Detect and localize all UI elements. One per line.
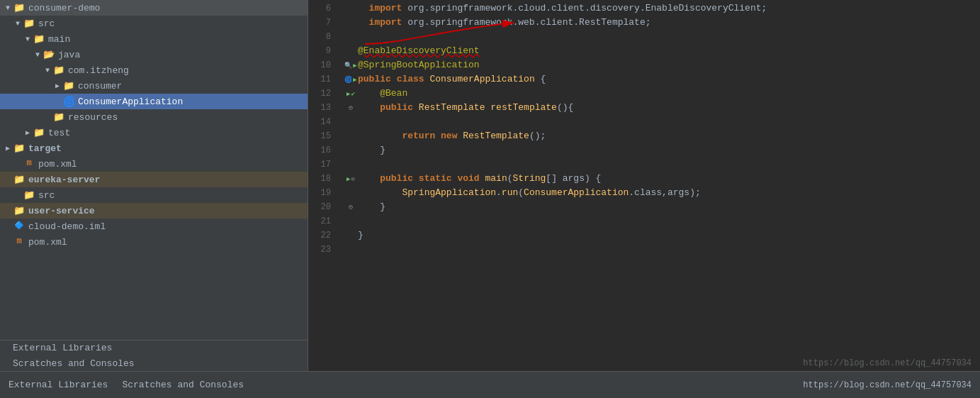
folder-icon: 📁 bbox=[23, 189, 35, 201]
sidebar-label: resources bbox=[68, 112, 308, 123]
arrow-icon: ▼ bbox=[3, 4, 13, 12]
spring-icon: 🌀 bbox=[62, 96, 75, 107]
sidebar-item-src[interactable]: ▼ 📁 src bbox=[0, 16, 308, 31]
line-numbers: 6 7 8 9 10 11 12 13 14 15 16 17 18 19 20… bbox=[308, 0, 344, 371]
sidebar-item-external-libraries[interactable]: External Libraries bbox=[0, 340, 308, 355]
folder-java-icon: 📂 bbox=[43, 49, 55, 60]
gutter-18[interactable]: ▶ ⊖ bbox=[344, 172, 358, 186]
arrow-icon: ▶ bbox=[3, 144, 13, 153]
sidebar-item-consumer[interactable]: ▶ 📁 consumer bbox=[0, 78, 308, 94]
folder-icon: 📁 bbox=[13, 2, 26, 13]
gutter-7 bbox=[344, 16, 358, 30]
gutter-16 bbox=[344, 143, 358, 157]
sidebar-label: test bbox=[48, 128, 308, 138]
sidebar-item-src2[interactable]: 📁 src bbox=[0, 187, 308, 203]
sidebar-item-main[interactable]: ▼ 📁 main bbox=[0, 31, 308, 47]
sidebar-label: cloud-demo.iml bbox=[28, 221, 308, 232]
sidebar-item-consumer-demo[interactable]: ▼ 📁 consumer-demo bbox=[0, 0, 308, 16]
sidebar-item-pom-xml[interactable]: m pom.xml bbox=[0, 156, 308, 172]
sidebar-label: ConsumerApplication bbox=[78, 96, 308, 107]
gutter-21 bbox=[344, 214, 358, 228]
gutter-15 bbox=[344, 129, 358, 143]
code-line-18: public static void main(String[] args) { bbox=[358, 172, 980, 186]
code-line-21 bbox=[358, 214, 980, 228]
sidebar-item-java[interactable]: ▼ 📂 java bbox=[0, 47, 308, 62]
sidebar-item-user-service[interactable]: 📁 user-service bbox=[0, 203, 308, 219]
sidebar-label: pom.xml bbox=[28, 237, 308, 248]
gutter-10[interactable]: 🔍 ▶ bbox=[344, 58, 358, 72]
code-line-20: } bbox=[358, 200, 980, 214]
gutter-fold-20: ⊖ bbox=[344, 200, 358, 214]
code-line-12: @Bean bbox=[358, 87, 980, 101]
gutter-19 bbox=[344, 186, 358, 200]
sidebar-label: user-service bbox=[28, 206, 308, 216]
arrow-icon: ▶ bbox=[23, 128, 33, 137]
sidebar-item-cloud-demo-iml[interactable]: 🔷 cloud-demo.iml bbox=[0, 219, 308, 234]
sidebar-label: pom.xml bbox=[38, 159, 308, 170]
sidebar-label: External Libraries bbox=[13, 343, 308, 353]
sidebar-item-test[interactable]: ▶ 📁 test bbox=[0, 125, 308, 140]
arrow-icon: ▼ bbox=[33, 51, 43, 59]
gutter-22 bbox=[344, 228, 358, 243]
code-line-6: import org.springframework.cloud.client.… bbox=[358, 1, 980, 16]
code-line-16: } bbox=[358, 143, 980, 157]
code-line-15: return new RestTemplate(); bbox=[358, 129, 980, 143]
folder-icon: 📁 bbox=[13, 174, 26, 185]
sidebar-item-consumer-application[interactable]: 🌀 ConsumerApplication bbox=[0, 94, 308, 109]
folder-icon: 📁 bbox=[33, 127, 45, 138]
sidebar-item-scratches[interactable]: Scratches and Consoles bbox=[0, 355, 308, 371]
sidebar-label: consumer-demo bbox=[28, 3, 308, 13]
xml-icon: m bbox=[23, 158, 35, 170]
sidebar-item-eureka-server[interactable]: 📁 eureka-server bbox=[0, 172, 308, 187]
package-icon: 📁 bbox=[62, 80, 75, 92]
sidebar-label: eureka-server bbox=[28, 175, 308, 185]
file-tree[interactable]: ▼ 📁 consumer-demo ▼ 📁 src ▼ 📁 main ▼ 📂 j… bbox=[0, 0, 308, 371]
code-line-22: } bbox=[358, 228, 980, 243]
code-line-17 bbox=[358, 157, 980, 172]
gutter-11[interactable]: 🌀 ▶ bbox=[344, 72, 358, 87]
sidebar-label: src bbox=[38, 18, 308, 29]
sidebar-label: target bbox=[28, 143, 308, 154]
gutter-12[interactable]: ▶ ✔ bbox=[344, 87, 358, 101]
arrow-icon: ▼ bbox=[13, 20, 23, 28]
folder-orange-icon: 📁 bbox=[13, 143, 26, 154]
package-icon: 📁 bbox=[52, 65, 65, 76]
arrow-icon: ▶ bbox=[52, 82, 62, 90]
blog-link: https://blog.csdn.net/qq_44757034 bbox=[258, 380, 971, 390]
sidebar-item-com-itzheng[interactable]: ▼ 📁 com.itzheng bbox=[0, 62, 308, 78]
code-line-9: @EnableDiscoveryClient bbox=[358, 44, 980, 58]
xml-icon: m bbox=[13, 236, 26, 248]
code-line-14 bbox=[358, 115, 980, 129]
arrow-icon: ▼ bbox=[43, 67, 52, 74]
url-attribution: https://blog.csdn.net/qq_44757034 bbox=[794, 355, 980, 371]
code-line-10: @SpringBootApplication bbox=[358, 58, 980, 72]
editor-gutter: 🔍 ▶ 🌀 ▶ ▶ ✔ ⊖ ▶ ⊖ bbox=[344, 0, 358, 371]
gutter-9 bbox=[344, 44, 358, 58]
gutter-8 bbox=[344, 30, 358, 44]
gutter-fold-13: ⊖ bbox=[344, 101, 358, 115]
folder-icon: 📁 bbox=[52, 111, 65, 123]
folder-icon: 📁 bbox=[23, 18, 35, 29]
sidebar-label: consumer bbox=[78, 81, 308, 92]
folder-icon: 📁 bbox=[33, 33, 45, 45]
gutter-6 bbox=[344, 1, 358, 16]
iml-icon: 🔷 bbox=[13, 221, 26, 232]
code-line-11: public class ConsumerApplication { bbox=[358, 72, 980, 87]
sidebar-label: java bbox=[58, 50, 308, 60]
external-libraries-label[interactable]: External Libraries bbox=[9, 380, 108, 390]
sidebar-label: main bbox=[48, 34, 308, 45]
folder-icon: 📁 bbox=[13, 205, 26, 216]
code-content[interactable]: import org.springframework.cloud.client.… bbox=[358, 0, 980, 371]
arrow-icon: ▼ bbox=[23, 35, 33, 43]
sidebar-item-target[interactable]: ▶ 📁 target bbox=[0, 140, 308, 156]
sidebar-label: Scratches and Consoles bbox=[13, 358, 308, 369]
gutter-14 bbox=[344, 115, 358, 129]
code-line-19: SpringApplication.run(ConsumerApplicatio… bbox=[358, 186, 980, 200]
code-line-8 bbox=[358, 30, 980, 44]
sidebar-item-resources[interactable]: 📁 resources bbox=[0, 109, 308, 125]
sidebar-item-pom2-xml[interactable]: m pom.xml bbox=[0, 234, 308, 250]
scratches-label[interactable]: Scratches and Consoles bbox=[122, 380, 244, 390]
code-line-23 bbox=[358, 243, 980, 257]
code-line-13: public RestTemplate restTemplate(){ bbox=[358, 101, 980, 115]
sidebar-label: src bbox=[38, 190, 308, 201]
